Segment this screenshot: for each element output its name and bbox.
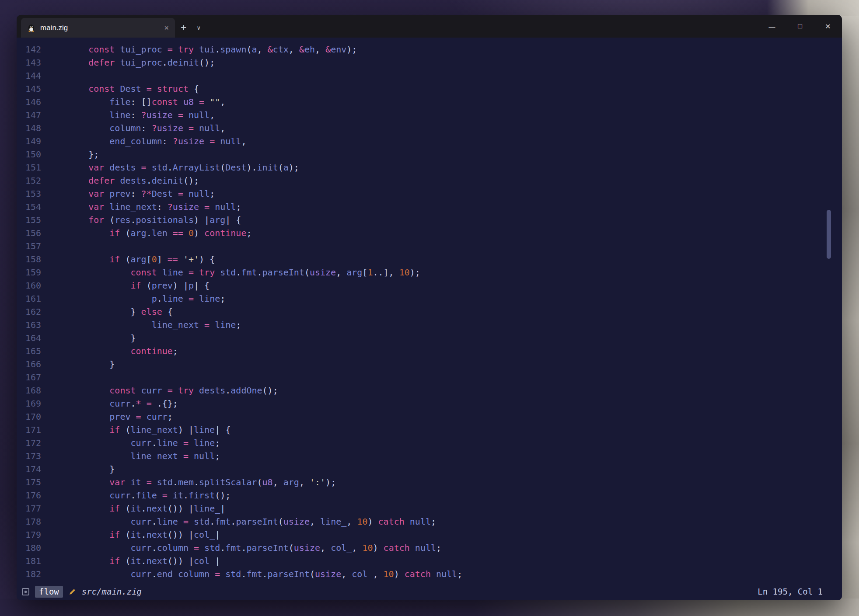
line-number: 181 <box>17 554 41 567</box>
line-number: 167 <box>17 371 41 384</box>
code-text: line_next = line; <box>67 320 241 330</box>
line-number: 157 <box>17 240 41 253</box>
code-line: 157 <box>17 240 842 253</box>
line-number: 146 <box>17 95 41 108</box>
code-line: 154 var line_next: ?usize = null; <box>17 200 842 213</box>
line-number: 161 <box>17 292 41 305</box>
cursor-position: Ln 195, Col 1 <box>758 587 823 596</box>
code-line: 144 <box>17 69 842 82</box>
tab-main-zig[interactable]: main.zig × <box>21 18 175 38</box>
tab-title: main.zig <box>40 24 68 32</box>
line-number: 175 <box>17 476 41 489</box>
code-text: var prev: ?*Dest = null; <box>67 188 215 199</box>
titlebar[interactable]: main.zig × + ∨ — □ × <box>17 15 842 38</box>
new-tab-button[interactable]: + <box>175 18 192 38</box>
code-line: 176 curr.file = it.first(); <box>17 489 842 502</box>
tab-dropdown-chevron-icon[interactable]: ∨ <box>192 18 205 38</box>
code-line: 175 var it = std.mem.splitScalar(u8, arg… <box>17 476 842 489</box>
code-text: curr.column = std.fmt.parseInt(usize, co… <box>67 543 441 553</box>
code-line: 159 const line = try std.fmt.parseInt(us… <box>17 266 842 279</box>
code-line: 171 if (line_next) |line| { <box>17 423 842 436</box>
code-text: } <box>67 464 115 474</box>
line-number: 165 <box>17 345 41 358</box>
line-number: 168 <box>17 384 41 397</box>
code-line: 148 column: ?usize = null, <box>17 122 842 135</box>
code-text: curr.* = .{}; <box>67 398 178 409</box>
line-number: 156 <box>17 226 41 240</box>
pencil-icon <box>69 588 76 595</box>
wallpaper-bottom-band <box>0 599 859 616</box>
line-number: 177 <box>17 502 41 515</box>
line-number: 179 <box>17 528 41 541</box>
code-text: p.line = line; <box>67 293 225 304</box>
code-line: 146 file: []const u8 = "", <box>17 95 842 108</box>
scrollbar-track[interactable] <box>826 38 831 583</box>
code-text: } <box>67 359 115 369</box>
close-button[interactable]: × <box>814 15 842 38</box>
code-text: const Dest = struct { <box>67 84 199 94</box>
scrollbar-thumb[interactable] <box>827 210 831 259</box>
line-number: 170 <box>17 410 41 423</box>
window-controls: — □ × <box>758 15 842 38</box>
code-line: 163 line_next = line; <box>17 318 842 331</box>
line-number: 178 <box>17 515 41 528</box>
line-number: 150 <box>17 148 41 161</box>
code-line: 180 curr.column = std.fmt.parseInt(usize… <box>17 541 842 554</box>
status-bar: flow src/main.zig Ln 195, Col 1 <box>17 583 842 600</box>
terminal-window: main.zig × + ∨ — □ × 142 const tui_proc … <box>17 15 842 600</box>
code-line: 162 } else { <box>17 305 842 318</box>
line-number: 151 <box>17 161 41 174</box>
code-editor[interactable]: 142 const tui_proc = try tui.spawn(a, &c… <box>17 38 842 583</box>
line-number: 145 <box>17 82 41 95</box>
code-text: if (line_next) |line| { <box>67 425 230 435</box>
line-number: 152 <box>17 174 41 187</box>
code-text: if (it.next()) |col_| <box>67 529 220 540</box>
code-line: 150 }; <box>17 148 842 161</box>
code-text: defer tui_proc.deinit(); <box>67 57 215 68</box>
line-number: 176 <box>17 489 41 502</box>
code-text: curr.line = line; <box>67 438 220 448</box>
code-text: curr.file = it.first(); <box>67 490 230 501</box>
code-text: column: ?usize = null, <box>67 123 225 133</box>
code-text: curr.line = std.fmt.parseInt(usize, line… <box>67 516 436 527</box>
code-line: 142 const tui_proc = try tui.spawn(a, &c… <box>17 43 842 56</box>
code-line: 147 line: ?usize = null, <box>17 108 842 122</box>
code-text: prev = curr; <box>67 411 173 422</box>
code-line: 152 defer dests.deinit(); <box>17 174 842 187</box>
line-number: 164 <box>17 331 41 345</box>
code-line: 161 p.line = line; <box>17 292 842 305</box>
code-text: curr.end_column = std.fmt.parseInt(usize… <box>67 569 462 579</box>
line-number: 171 <box>17 423 41 436</box>
line-number: 174 <box>17 463 41 476</box>
line-number: 144 <box>17 69 41 82</box>
code-line: 149 end_column: ?usize = null, <box>17 135 842 148</box>
code-line: 167 <box>17 371 842 384</box>
line-number: 147 <box>17 108 41 122</box>
code-text: for (res.positionals) |arg| { <box>67 215 241 225</box>
code-line: 166 } <box>17 358 842 371</box>
code-text: const curr = try dests.addOne(); <box>67 385 278 396</box>
tab-close-icon[interactable]: × <box>164 24 169 32</box>
code-lines: 142 const tui_proc = try tui.spawn(a, &c… <box>17 38 842 581</box>
code-text: continue; <box>67 346 178 356</box>
line-number: 154 <box>17 200 41 213</box>
code-line: 151 var dests = std.ArrayList(Dest).init… <box>17 161 842 174</box>
line-number: 148 <box>17 122 41 135</box>
code-line: 165 continue; <box>17 345 842 358</box>
code-line: 182 curr.end_column = std.fmt.parseInt(u… <box>17 567 842 581</box>
line-number: 153 <box>17 187 41 200</box>
code-text: if (arg[0] == '+') { <box>67 254 215 264</box>
line-number: 143 <box>17 56 41 69</box>
line-number: 173 <box>17 449 41 463</box>
code-line: 181 if (it.next()) |col_| <box>17 554 842 567</box>
wallpaper-top-right-patch <box>767 0 859 16</box>
code-text: if (it.next()) |col_| <box>67 556 220 566</box>
code-text: if (arg.len == 0) continue; <box>67 228 251 238</box>
minimize-button[interactable]: — <box>758 15 786 38</box>
code-line: 170 prev = curr; <box>17 410 842 423</box>
line-number: 166 <box>17 358 41 371</box>
code-line: 172 curr.line = line; <box>17 436 842 449</box>
code-line: 153 var prev: ?*Dest = null; <box>17 187 842 200</box>
line-number: 160 <box>17 279 41 292</box>
maximize-button[interactable]: □ <box>786 15 814 38</box>
